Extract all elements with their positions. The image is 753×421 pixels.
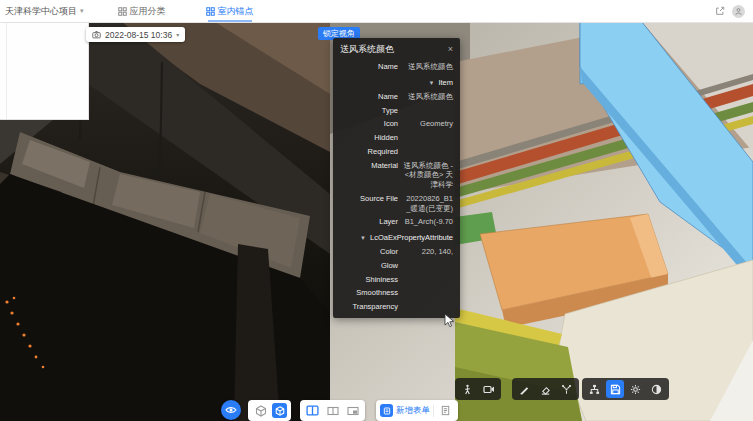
visibility-eye-button[interactable] xyxy=(221,400,241,420)
panel-title: 送风系统颜色 xyxy=(340,43,394,56)
chevron-down-icon: ▾ xyxy=(176,31,179,38)
capture-date: 2022-08-15 10:36 xyxy=(105,30,172,40)
structure-tree-icon[interactable] xyxy=(585,379,604,399)
property-row: Shininess xyxy=(333,273,460,287)
eraser-icon[interactable] xyxy=(536,379,555,399)
form-icon[interactable] xyxy=(437,402,454,419)
property-row: Required xyxy=(333,145,460,159)
model-cube-icon[interactable] xyxy=(272,403,287,418)
property-group-header[interactable]: ▼ LcOaExPropertyAttribute xyxy=(333,229,460,245)
project-name: 天津科学中心项目 xyxy=(5,5,77,18)
model-toolbar-annotate xyxy=(512,378,579,400)
property-row: Color 220, 140, xyxy=(333,245,460,259)
save-icon[interactable] xyxy=(606,380,624,398)
add-form-button[interactable]: 新增表单 xyxy=(380,404,430,417)
grid-icon xyxy=(206,7,215,16)
share-icon[interactable] xyxy=(715,6,725,16)
capture-date-chip[interactable]: 2022-08-15 10:36 ▾ xyxy=(86,27,185,42)
contrast-icon[interactable] xyxy=(647,379,666,399)
two-pane-icon[interactable] xyxy=(324,402,341,419)
model-toolbar-navigation xyxy=(455,378,501,400)
tab-app-category[interactable]: 应用分类 xyxy=(112,0,172,22)
property-row: Transparency xyxy=(333,300,460,314)
property-row: Smoothness xyxy=(333,286,460,300)
property-row: Source File 20220826_B1_暖通(已变更) xyxy=(333,192,460,216)
property-row: Material 送风系统颜色 - <材质颜色> 天津科学 xyxy=(333,159,460,192)
project-dropdown-panel[interactable] xyxy=(0,22,89,120)
walk-person-icon[interactable] xyxy=(458,379,477,399)
form-badge-icon xyxy=(380,404,393,417)
top-bar: 天津科学中心项目 ▾ 应用分类 室内锚点 xyxy=(0,0,753,23)
settings-gear-icon[interactable] xyxy=(626,379,645,399)
property-row: Icon Geometry xyxy=(333,117,460,131)
property-row: Name 送风系统颜色 xyxy=(333,60,460,74)
collapse-caret-icon: ▼ xyxy=(360,233,366,243)
property-row: Layer B1_Arch(-9.70 xyxy=(333,215,460,229)
property-row: Type xyxy=(333,104,460,118)
toolbar-divider xyxy=(433,405,434,417)
record-camera-icon[interactable] xyxy=(479,379,498,399)
close-icon[interactable]: × xyxy=(448,45,453,54)
properties-panel: 送风系统颜色 × Name 送风系统颜色 ▼ Item Name 送风系统颜色 … xyxy=(333,38,460,318)
collapse-caret-icon: ▼ xyxy=(428,78,434,88)
chevron-down-icon: ▾ xyxy=(80,7,84,15)
grid-icon xyxy=(118,7,127,16)
tab-indoor-anchor[interactable]: 室内锚点 xyxy=(200,0,260,22)
explode-icon[interactable] xyxy=(557,379,576,399)
project-selector[interactable]: 天津科学中心项目 ▾ xyxy=(5,5,84,18)
split-compare-icon[interactable] xyxy=(304,402,321,419)
pip-pane-icon[interactable] xyxy=(344,402,361,419)
cube-icon[interactable] xyxy=(252,402,269,419)
app-window: 2022-08-15 10:36 ▾ 锁定视角 送风系统颜色 × Name 送风… xyxy=(0,0,753,421)
property-row: Name 送风系统颜色 xyxy=(333,90,460,104)
view-mode-group xyxy=(248,400,291,421)
eye-icon xyxy=(225,404,237,416)
model-toolbar-tools xyxy=(582,378,669,400)
panel-divider xyxy=(6,22,7,119)
property-group-header[interactable]: ▼ Item xyxy=(333,74,460,90)
layout-group xyxy=(300,400,365,421)
property-row: Hidden xyxy=(333,131,460,145)
form-group: 新增表单 xyxy=(376,400,458,421)
capture-camera-icon xyxy=(92,30,101,39)
measure-pencil-icon[interactable] xyxy=(515,379,534,399)
property-row: Glow xyxy=(333,259,460,273)
user-avatar-icon[interactable] xyxy=(732,5,745,18)
